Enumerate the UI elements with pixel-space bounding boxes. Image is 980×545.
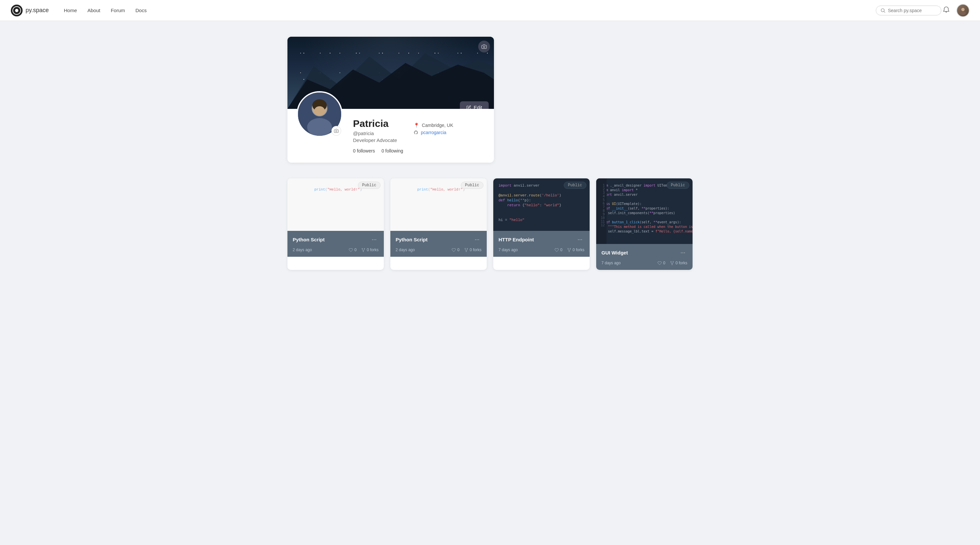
fork-icon [361,248,366,252]
project-title-1: Python Script [293,237,325,242]
svg-point-24 [570,248,571,249]
profile-location: Cambridge, UK [422,123,453,128]
public-badge-4: Public [667,182,689,189]
profile-meta: 📍 Cambridge, UK pcarrogarcia [414,123,453,135]
project-card-2: Public print("Hello, world!") Python Scr… [390,178,487,270]
github-icon [414,130,418,135]
svg-point-27 [673,261,673,262]
project-footer-4: GUI Widget ··· 7 days ago 0 [596,244,692,270]
main-nav: Home About Forum Docs [59,5,876,16]
svg-point-23 [568,248,568,249]
likes-4[interactable]: 0 [657,261,665,265]
meta-row-4: 7 days ago 0 [601,261,687,265]
svg-point-22 [466,251,466,252]
profile-handle: @patricia [353,131,403,136]
code-preview-4: Public 12345 678910 1112 from ._anvil_de… [596,178,692,244]
heart-icon [555,248,559,252]
search-icon [881,8,885,13]
navbar-right [941,4,969,17]
forks-4[interactable]: 0 forks [670,261,687,265]
nav-home[interactable]: Home [59,5,82,16]
heart-icon [452,248,456,252]
heart-icon [657,261,662,265]
project-title-3: HTTP Endpoint [498,237,534,242]
forks-1[interactable]: 0 forks [361,248,379,252]
public-badge-3: Public [564,182,586,189]
project-time-2: 2 days ago [396,248,415,252]
public-badge-2: Public [461,182,484,189]
likes-3[interactable]: 0 [555,248,562,252]
project-actions-1: 0 0 forks [349,248,379,252]
fork-icon [670,261,674,265]
avatar-image [957,5,969,16]
svg-point-9 [483,46,485,48]
code-preview-1: Public print("Hello, world!") [288,178,384,231]
likes-1[interactable]: 0 [349,248,356,252]
project-card-1: Public print("Hello, world!") Python Scr… [288,178,384,270]
nav-forum[interactable]: Forum [106,5,129,16]
camera-small-icon [334,129,339,133]
svg-point-20 [465,248,465,249]
project-time-4: 7 days ago [601,261,621,265]
svg-point-21 [467,248,468,249]
line-numbers: 12345 678910 1112 [596,178,607,244]
project-footer-2: Python Script ··· 2 days ago 0 [390,231,487,257]
profile-info: Patricia @patricia Developer Advocate 0 … [353,114,485,153]
followers-count[interactable]: 0 followers [353,148,375,153]
svg-line-4 [884,11,885,13]
code-preview-3: Public import anvil.server @anvil.server… [493,178,590,231]
project-card-4: Public 12345 678910 1112 from ._anvil_de… [596,178,692,270]
forks-2[interactable]: 0 forks [464,248,482,252]
github-link[interactable]: pcarrogarcia [421,130,446,135]
project-menu-4[interactable]: ··· [678,249,687,257]
project-actions-2: 0 0 forks [452,248,482,252]
profile-card: Edit [288,37,494,163]
project-menu-2[interactable]: ··· [473,236,482,244]
github-item: pcarrogarcia [414,130,453,135]
project-footer-1: Python Script ··· 2 days ago 0 [288,231,384,257]
heart-icon [349,248,353,252]
project-card-3: Public import anvil.server @anvil.server… [493,178,590,270]
change-avatar-button[interactable] [331,126,341,136]
camera-icon [482,44,487,49]
profile-stats: 0 followers 0 following [353,148,403,153]
profile-avatar-wrap [297,91,342,137]
likes-2[interactable]: 0 [452,248,460,252]
title-row-1: Python Script ··· [293,236,379,244]
svg-point-2 [15,9,18,12]
forks-3[interactable]: 0 forks [567,248,584,252]
project-title-4: GUI Widget [601,250,628,255]
fork-icon [567,248,571,252]
nav-docs[interactable]: Docs [131,5,151,16]
project-actions-4: 0 0 forks [657,261,687,265]
following-count[interactable]: 0 following [382,148,403,153]
user-avatar[interactable] [956,4,969,17]
title-row-3: HTTP Endpoint ··· [498,236,584,244]
nav-about[interactable]: About [83,5,105,16]
project-actions-3: 0 0 forks [555,248,584,252]
svg-point-17 [362,248,363,249]
svg-point-26 [671,261,671,262]
project-menu-1[interactable]: ··· [370,236,379,244]
profile-body: Patricia @patricia Developer Advocate 0 … [288,109,494,163]
edit-profile-button[interactable]: Edit [460,101,489,109]
navbar: py.space Home About Forum Docs [0,0,980,21]
search-box[interactable] [876,6,941,15]
code-preview-2: Public print("Hello, world!") [390,178,487,231]
notifications-button[interactable] [941,5,951,16]
search-input[interactable] [888,8,936,13]
change-cover-button[interactable] [478,41,490,53]
projects-grid: Public print("Hello, world!") Python Scr… [288,178,692,270]
project-footer-3: HTTP Endpoint ··· 7 days ago 0 [493,231,590,257]
public-badge-1: Public [358,182,380,189]
fork-icon [464,248,468,252]
meta-row-3: 7 days ago 0 [498,248,584,252]
meta-row-2: 2 days ago 0 [396,248,482,252]
project-title-2: Python Script [396,237,428,242]
bell-icon [943,6,950,13]
project-time-1: 2 days ago [293,248,312,252]
brand[interactable]: py.space [11,4,49,17]
project-menu-3[interactable]: ··· [576,236,584,244]
svg-point-28 [671,264,672,265]
brand-logo-icon [11,4,23,17]
